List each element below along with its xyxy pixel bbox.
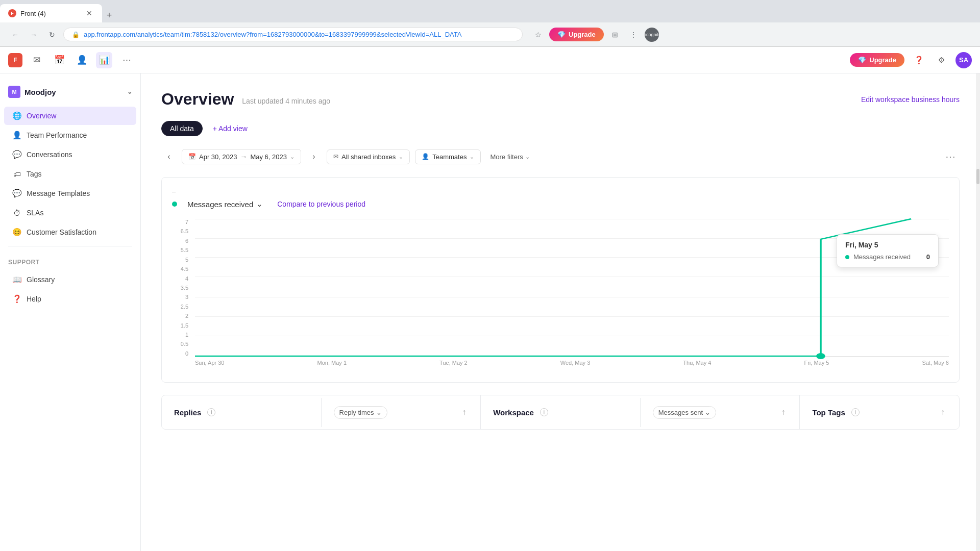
active-tab[interactable]: F Front (4) ✕ — [0, 4, 102, 22]
upgrade-icon: 💎 — [557, 31, 566, 38]
edit-workspace-hours-link[interactable]: Edit workspace business hours — [861, 95, 960, 104]
metric-top-tags: Top Tags i ↑ — [800, 395, 959, 429]
address-bar[interactable]: 🔒 app.frontapp.com/analytics/team/tim:78… — [63, 28, 523, 41]
sidebar-label-slas: SLAs — [27, 209, 43, 217]
x-label-3: Wed, May 3 — [560, 360, 591, 366]
y-label-0-5: 0.5 — [181, 341, 188, 347]
y-axis: 7 6.5 6 5.5 5 4.5 4 3.5 3 2.5 2 1.5 1 0.… — [172, 219, 192, 357]
sidebar-item-conversations[interactable]: 💬 Conversations — [4, 145, 136, 164]
top-tags-label: Top Tags — [812, 408, 845, 417]
new-tab-button[interactable]: + — [102, 8, 116, 22]
replies-info-icon[interactable]: i — [207, 408, 215, 416]
messages-sent-filter-button[interactable]: Messages sent ⌄ — [653, 406, 716, 419]
refresh-button[interactable]: ↻ — [45, 28, 59, 42]
sidebar-item-message-templates[interactable]: 💬 Message Templates — [4, 184, 136, 203]
contacts-icon-button[interactable]: 👤 — [74, 52, 90, 68]
sidebar-label-glossary: Glossary — [27, 276, 55, 284]
extensions-icon[interactable]: ⊞ — [608, 28, 622, 42]
y-label-6-5: 6.5 — [181, 228, 188, 234]
metrics-row: Replies i Reply times ⌄ ↑ Workspace i — [161, 395, 960, 430]
workspace-selector[interactable]: M Moodjoy ⌄ — [0, 82, 140, 106]
filter-more-options-button[interactable]: ⋯ — [941, 148, 960, 165]
app-upgrade-button[interactable]: 💎 Upgrade — [850, 53, 904, 67]
messages-sent-label: Messages sent — [658, 409, 703, 416]
scrollbar-track[interactable] — [976, 73, 980, 551]
upgrade-button[interactable]: 💎 Upgrade — [549, 28, 604, 41]
sidebar-divider — [8, 246, 132, 246]
settings-icon-button[interactable]: ⚙ — [933, 52, 949, 68]
chart-header: Messages received ⌄ Compare to previous … — [172, 197, 949, 211]
date-next-button[interactable]: › — [306, 149, 322, 164]
lock-icon: 🔒 — [72, 31, 80, 38]
browser-nav-icons: ☆ 💎 Upgrade ⊞ ⋮ Incognito — [531, 28, 659, 42]
chart-metric-chevron: ⌄ — [256, 199, 263, 209]
date-prev-button[interactable]: ‹ — [161, 149, 177, 164]
reply-times-filter-button[interactable]: Reply times ⌄ — [334, 406, 387, 419]
date-separator: → — [240, 153, 247, 161]
sidebar-item-customer-satisfaction[interactable]: 😊 Customer Satisfaction — [4, 223, 136, 241]
more-apps-button[interactable]: ⋯ — [118, 52, 135, 68]
date-from-filter[interactable]: 📅 Apr 30, 2023 → May 6, 2023 ⌄ — [182, 149, 301, 164]
top-tags-info-icon[interactable]: i — [851, 408, 860, 416]
more-filters-button[interactable]: More filters ⌄ — [486, 150, 533, 164]
view-tabs: All data + Add view — [161, 121, 960, 136]
app-logo-icon: F — [8, 53, 22, 67]
compare-period-button[interactable]: Compare to previous period — [273, 198, 370, 210]
sidebar-item-tags[interactable]: 🏷 Tags — [4, 165, 136, 183]
messages-sent-upload-icon[interactable]: ↑ — [779, 406, 787, 419]
forward-button[interactable]: → — [27, 28, 41, 42]
scrollbar-thumb[interactable] — [976, 169, 979, 184]
y-label-5-5: 5.5 — [181, 247, 188, 253]
chart-metric-dot — [172, 202, 177, 207]
help-icon-button[interactable]: ❓ — [911, 52, 927, 68]
templates-icon: 💬 — [12, 189, 21, 198]
calendar-icon-button[interactable]: 📅 — [51, 52, 67, 68]
tab-close-button[interactable]: ✕ — [85, 9, 94, 18]
more-filters-chevron: ⌄ — [525, 154, 530, 160]
tab-title: Front (4) — [20, 10, 81, 17]
chart-area: Fri, May 5 Messages received 0 — [195, 219, 949, 357]
date-from-label: Apr 30, 2023 — [199, 153, 237, 161]
y-label-3-5: 3.5 — [181, 285, 188, 291]
chart-tooltip: Fri, May 5 Messages received 0 — [837, 234, 939, 267]
back-button[interactable]: ← — [8, 28, 22, 42]
analytics-icon-button[interactable]: 📊 — [96, 52, 112, 68]
chart-metric-selector[interactable]: Messages received ⌄ — [183, 197, 267, 211]
sidebar-item-slas[interactable]: ⏱ SLAs — [4, 204, 136, 222]
sidebar-item-glossary[interactable]: 📖 Glossary — [4, 270, 136, 289]
teammates-chevron-icon: ⌄ — [470, 154, 474, 160]
filters-row: ‹ 📅 Apr 30, 2023 → May 6, 2023 ⌄ › ✉ All… — [161, 148, 960, 165]
main-inner: Overview Last updated 4 minutes ago Edit… — [141, 73, 980, 446]
sidebar-label-message-templates: Message Templates — [27, 189, 90, 197]
tooltip-row: Messages received 0 — [845, 253, 930, 261]
inbox-icon-button[interactable]: ✉ — [29, 52, 45, 68]
sidebar: M Moodjoy ⌄ 🌐 Overview 👤 Team Performanc… — [0, 73, 141, 551]
url-text: app.frontapp.com/analytics/team/tim:7858… — [84, 31, 514, 38]
reply-times-chevron: ⌄ — [376, 409, 382, 416]
upgrade-gem-icon: 💎 — [858, 56, 866, 64]
y-label-1: 1 — [185, 332, 188, 338]
teammates-filter[interactable]: 👤 Teammates ⌄ — [415, 149, 481, 164]
bookmark-icon[interactable]: ☆ — [531, 28, 545, 42]
workspace-info-icon[interactable]: i — [540, 408, 548, 416]
x-label-6: Sat, May 6 — [922, 360, 949, 366]
tooltip-date: Fri, May 5 — [845, 241, 930, 249]
user-avatar[interactable]: SA — [955, 52, 972, 68]
metric-reply-times: Reply times ⌄ ↑ — [322, 395, 481, 429]
reply-times-label: Reply times — [339, 409, 374, 416]
reply-times-upload-icon[interactable]: ↑ — [460, 406, 468, 419]
workspace-chevron-icon: ⌄ — [127, 88, 132, 95]
inbox-filter[interactable]: ✉ All shared inboxes ⌄ — [327, 149, 410, 164]
inbox-chevron-icon: ⌄ — [399, 154, 403, 160]
sidebar-item-team-performance[interactable]: 👤 Team Performance — [4, 126, 136, 144]
profile-button[interactable]: Incognito — [645, 28, 659, 42]
menu-icon[interactable]: ⋮ — [626, 28, 641, 42]
y-label-0: 0 — [185, 350, 188, 357]
sidebar-item-overview[interactable]: 🌐 Overview — [4, 107, 136, 125]
sidebar-item-help[interactable]: ❓ Help — [4, 290, 136, 308]
add-view-button[interactable]: + Add view — [207, 121, 254, 136]
date-to-label: May 6, 2023 — [250, 153, 287, 161]
top-tags-upload-icon[interactable]: ↑ — [939, 406, 947, 419]
sidebar-label-team-performance: Team Performance — [27, 131, 87, 139]
tab-all-data[interactable]: All data — [161, 121, 203, 136]
